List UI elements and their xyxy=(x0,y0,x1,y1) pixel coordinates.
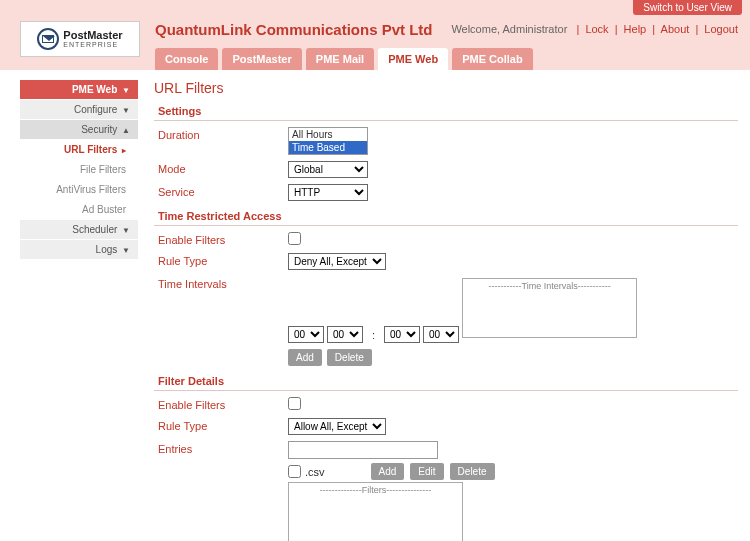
chevron-down-icon: ▼ xyxy=(122,246,130,255)
label-enable-filters-2: Enable Filters xyxy=(158,397,288,411)
csv-label: .csv xyxy=(305,466,325,478)
duration-opt-time-based[interactable]: Time Based xyxy=(289,141,367,154)
entries-delete-button[interactable]: Delete xyxy=(450,463,495,480)
switch-user-button[interactable]: Switch to User View xyxy=(633,0,742,15)
envelope-icon xyxy=(37,28,59,50)
sidebar-security[interactable]: Security ▲ xyxy=(20,120,138,140)
label-rule-type-2: Rule Type xyxy=(158,418,288,432)
tab-pme-web[interactable]: PME Web xyxy=(378,48,448,70)
time-separator: : xyxy=(372,329,375,341)
help-link[interactable]: Help xyxy=(624,23,647,35)
tab-pme-collab[interactable]: PME Collab xyxy=(452,48,533,70)
label-enable-filters-1: Enable Filters xyxy=(158,232,288,246)
label-time-intervals: Time Intervals xyxy=(158,276,288,290)
label-service: Service xyxy=(158,184,288,198)
label-mode: Mode xyxy=(158,161,288,175)
logo: PostMaster ENTERPRISE xyxy=(20,21,140,57)
csv-checkbox[interactable] xyxy=(288,465,301,478)
sidebar-item-url-filters[interactable]: URL Filters ▸ xyxy=(20,140,138,160)
logo-subtext: ENTERPRISE xyxy=(63,41,122,48)
lock-link[interactable]: Lock xyxy=(585,23,608,35)
entries-edit-button[interactable]: Edit xyxy=(410,463,443,480)
time-end-min[interactable]: 00 xyxy=(423,326,459,343)
sidebar: PME Web ▼ Configure ▼ Security ▲ URL Fil… xyxy=(20,80,138,541)
sidebar-scheduler[interactable]: Scheduler ▼ xyxy=(20,220,138,240)
service-select[interactable]: HTTP xyxy=(288,184,368,201)
rule-type-time-select[interactable]: Deny All, Except xyxy=(288,253,386,270)
section-settings: Settings xyxy=(154,102,738,121)
company-name: QuantumLink Communications Pvt Ltd xyxy=(155,21,433,38)
sidebar-configure[interactable]: Configure ▼ xyxy=(20,100,138,120)
time-start-hour[interactable]: 00 xyxy=(288,326,324,343)
filters-box[interactable] xyxy=(288,482,463,541)
sidebar-item-antivirus-filters[interactable]: AntiVirus Filters xyxy=(20,180,138,200)
duration-opt-all-hours[interactable]: All Hours xyxy=(289,128,367,141)
chevron-down-icon: ▼ xyxy=(122,226,130,235)
tab-console[interactable]: Console xyxy=(155,48,218,70)
enable-filters-checkbox-2[interactable] xyxy=(288,397,301,410)
tab-pme-mail[interactable]: PME Mail xyxy=(306,48,374,70)
label-duration: Duration xyxy=(158,127,288,141)
label-entries: Entries xyxy=(158,441,288,455)
sidebar-item-file-filters[interactable]: File Filters xyxy=(20,160,138,180)
time-end-hour[interactable]: 00 xyxy=(384,326,420,343)
welcome-bar: Welcome, Administrator | Lock | Help | A… xyxy=(451,23,738,35)
time-add-button[interactable]: Add xyxy=(288,349,322,366)
page-title: URL Filters xyxy=(154,80,738,96)
chevron-down-icon: ▼ xyxy=(122,106,130,115)
logout-link[interactable]: Logout xyxy=(704,23,738,35)
section-time-restricted: Time Restricted Access xyxy=(154,207,738,226)
time-delete-button[interactable]: Delete xyxy=(327,349,372,366)
chevron-up-icon: ▲ xyxy=(122,126,130,135)
sidebar-item-ad-buster[interactable]: Ad Buster xyxy=(20,200,138,220)
entries-add-button[interactable]: Add xyxy=(371,463,405,480)
label-rule-type-1: Rule Type xyxy=(158,253,288,267)
chevron-down-icon: ▼ xyxy=(122,86,130,95)
main-tabs: Console PostMaster PME Mail PME Web PME … xyxy=(155,48,738,70)
logo-text: PostMaster xyxy=(63,30,122,41)
mode-select[interactable]: Global xyxy=(288,161,368,178)
time-start-min[interactable]: 00 xyxy=(327,326,363,343)
rule-type-filter-select[interactable]: Allow All, Except xyxy=(288,418,386,435)
entries-input[interactable] xyxy=(288,441,438,459)
about-link[interactable]: About xyxy=(661,23,690,35)
section-filter-details: Filter Details xyxy=(154,372,738,391)
sidebar-logs[interactable]: Logs ▼ xyxy=(20,240,138,260)
duration-listbox[interactable]: All Hours Time Based xyxy=(288,127,368,155)
time-intervals-box[interactable] xyxy=(462,278,637,338)
sidebar-main[interactable]: PME Web ▼ xyxy=(20,80,138,100)
tab-postmaster[interactable]: PostMaster xyxy=(222,48,301,70)
chevron-right-icon: ▸ xyxy=(122,146,126,155)
enable-filters-checkbox-1[interactable] xyxy=(288,232,301,245)
